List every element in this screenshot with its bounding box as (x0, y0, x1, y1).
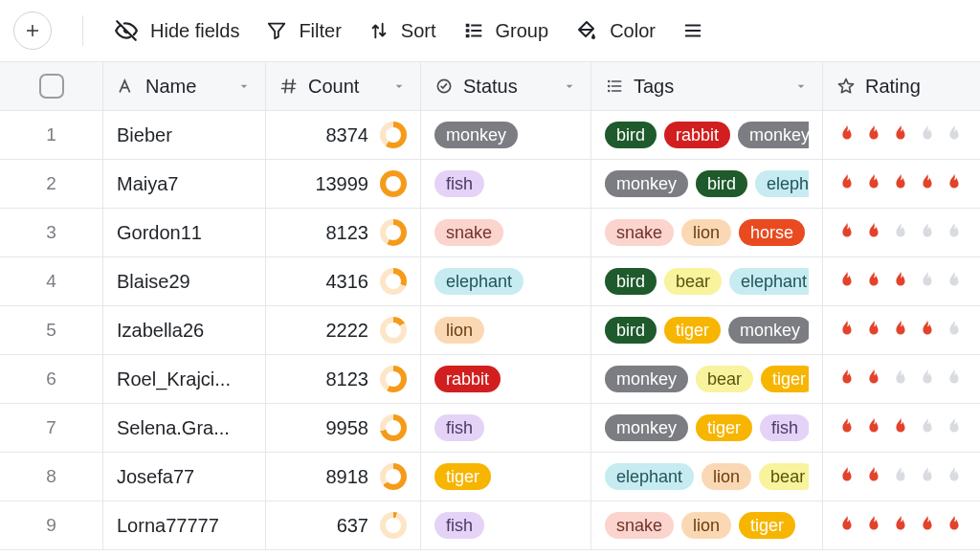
cell-tags[interactable]: elephantlionbear (591, 453, 823, 501)
tag-pill: elephant (755, 170, 809, 197)
cell-status[interactable]: elephant (421, 257, 591, 305)
cell-count[interactable]: 637 (266, 501, 421, 549)
cell-tags[interactable]: birdbearelephant (591, 257, 823, 305)
cell-tags[interactable]: monkeybirdelephant (591, 160, 823, 208)
cell-tags[interactable]: monkeytigerfish (591, 404, 823, 452)
progress-ring-icon (380, 366, 407, 392)
cell-rating[interactable] (823, 111, 980, 159)
cell-tags[interactable]: monkeybeartiger (591, 355, 823, 403)
cell-tags[interactable]: birdtigermonkey (591, 306, 823, 354)
cell-rating[interactable] (823, 257, 980, 305)
cell-status[interactable]: rabbit (421, 355, 591, 403)
tag-pill: snake (605, 512, 674, 539)
cell-status[interactable]: monkey (421, 111, 591, 159)
column-header-count[interactable]: Count (266, 62, 421, 110)
table-row[interactable]: 4Blaise294316elephantbirdbearelephant (0, 257, 980, 306)
cell-status[interactable]: snake (421, 209, 591, 256)
cell-count[interactable]: 8918 (266, 453, 421, 501)
flame-icon (890, 319, 911, 342)
cell-name[interactable]: Roel_Krajci... (103, 355, 266, 403)
hide-fields-label: Hide fields (150, 20, 239, 42)
status-pill: fish (434, 414, 484, 441)
table-row[interactable]: 3Gordon118123snakesnakelionhorse (0, 209, 980, 257)
color-button[interactable]: Color (575, 19, 656, 42)
cell-rating[interactable] (823, 209, 980, 256)
cell-name[interactable]: Bieber (103, 111, 266, 159)
name-text: Selena.Gra... (117, 417, 230, 439)
column-header-rating[interactable]: Rating (823, 62, 980, 110)
add-record-button[interactable] (13, 11, 52, 50)
cell-count[interactable]: 2222 (266, 306, 421, 354)
cell-rating[interactable] (823, 306, 980, 354)
cell-rating[interactable] (823, 160, 980, 208)
cell-count[interactable]: 13999 (266, 160, 421, 208)
flame-icon (944, 270, 965, 293)
group-icon (463, 20, 484, 41)
tag-pill: monkey (605, 414, 688, 441)
tag-pill: bear (696, 366, 753, 392)
cell-tags[interactable]: snakelionhorse (591, 209, 823, 256)
cell-status[interactable]: fish (421, 404, 591, 452)
cell-name[interactable]: Izabella26 (103, 306, 266, 354)
cell-name[interactable]: Josefa77 (103, 453, 266, 501)
column-header-name[interactable]: Name (103, 62, 266, 110)
flame-icon (890, 270, 911, 293)
flame-icon (863, 123, 884, 146)
tag-pill: lion (702, 463, 751, 490)
row-index: 3 (0, 209, 103, 256)
table-row[interactable]: 5Izabella262222lionbirdtigermonkey (0, 306, 980, 355)
cell-rating[interactable] (823, 355, 980, 403)
table-row[interactable]: 6Roel_Krajci...8123rabbitmonkeybeartiger (0, 355, 980, 404)
flame-icon (944, 123, 965, 146)
flame-icon (863, 416, 884, 439)
table-row[interactable]: 9Lorna77777637fishsnakeliontiger (0, 501, 980, 550)
count-value: 8123 (326, 222, 369, 244)
row-index: 8 (0, 453, 103, 501)
sort-button[interactable]: Sort (368, 20, 436, 42)
select-all-checkbox[interactable] (39, 74, 64, 99)
table-row[interactable]: 7Selena.Gra...9958fishmonkeytigerfish (0, 404, 980, 453)
status-pill: rabbit (434, 366, 501, 392)
cell-status[interactable]: tiger (421, 453, 591, 501)
cell-count[interactable]: 8123 (266, 209, 421, 256)
cell-name[interactable]: Selena.Gra... (103, 404, 266, 452)
cell-count[interactable]: 8374 (266, 111, 421, 159)
sort-label: Sort (401, 20, 436, 42)
cell-count[interactable]: 4316 (266, 257, 421, 305)
progress-ring-icon (380, 317, 407, 344)
cell-status[interactable]: fish (421, 501, 591, 549)
more-menu-button[interactable] (682, 20, 703, 41)
cell-count[interactable]: 9958 (266, 404, 421, 452)
status-pill: tiger (434, 463, 491, 490)
cell-status[interactable]: lion (421, 306, 591, 354)
filter-button[interactable]: Filter (266, 20, 341, 42)
tag-pill: bird (605, 268, 657, 295)
cell-name[interactable]: Gordon11 (103, 209, 266, 256)
table-row[interactable]: 2Maiya713999fishmonkeybirdelephant (0, 160, 980, 209)
cell-name[interactable]: Lorna77777 (103, 501, 266, 549)
column-header-status[interactable]: Status (421, 62, 591, 110)
paint-bucket-icon (575, 19, 598, 42)
table-row[interactable]: 8Josefa778918tigerelephantlionbear (0, 453, 980, 501)
count-value: 2222 (326, 320, 369, 342)
cell-tags[interactable]: birdrabbitmonkey (591, 111, 823, 159)
column-header-tags[interactable]: Tags (591, 62, 823, 110)
rating-type-icon (836, 77, 856, 96)
cell-tags[interactable]: snakeliontiger (591, 501, 823, 549)
count-value: 13999 (315, 173, 368, 195)
cell-count[interactable]: 8123 (266, 355, 421, 403)
cell-rating[interactable] (823, 404, 980, 452)
flame-icon (944, 319, 965, 342)
cell-status[interactable]: fish (421, 160, 591, 208)
group-button[interactable]: Group (463, 20, 549, 42)
cell-name[interactable]: Maiya7 (103, 160, 266, 208)
flame-icon (917, 368, 938, 390)
table-row[interactable]: 1Bieber8374monkeybirdrabbitmonkey (0, 111, 980, 160)
cell-rating[interactable] (823, 501, 980, 549)
cell-rating[interactable] (823, 453, 980, 501)
tag-pill: monkey (605, 170, 688, 197)
hide-fields-button[interactable]: Hide fields (114, 18, 239, 43)
cell-name[interactable]: Blaise29 (103, 257, 266, 305)
flame-icon (944, 514, 965, 537)
count-value: 8123 (326, 368, 369, 390)
